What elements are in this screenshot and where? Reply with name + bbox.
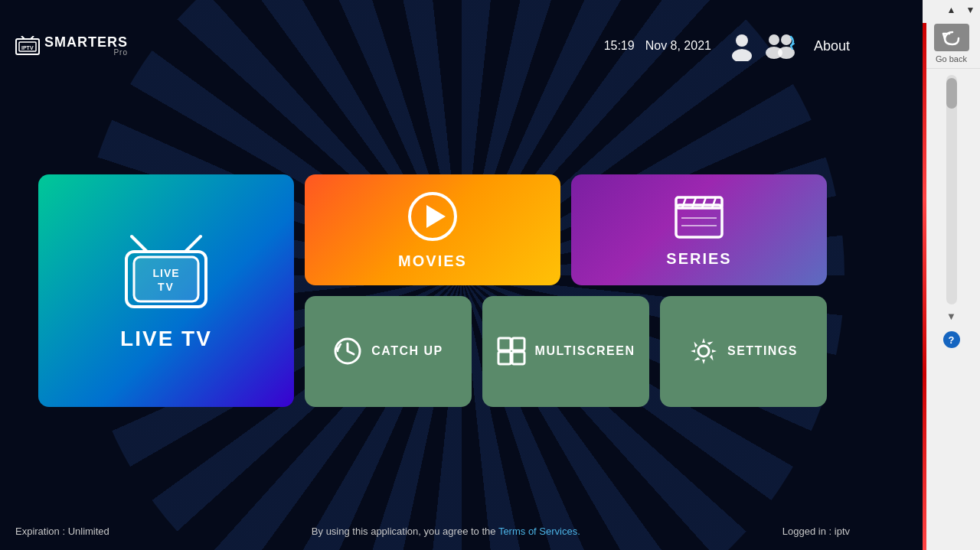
svg-text:IPTV: IPTV	[21, 45, 34, 50]
catchup-card[interactable]: CATCH UP	[305, 296, 472, 407]
movies-icon	[406, 190, 459, 243]
settings-card[interactable]: SETTINGS	[660, 296, 827, 407]
svg-point-33	[698, 346, 709, 356]
user-icons	[727, 31, 799, 61]
current-time: 15:19	[604, 39, 635, 53]
svg-line-12	[185, 236, 201, 252]
red-accent-stripe	[923, 23, 926, 550]
expiration-text: Expiration : Unlimited	[15, 526, 109, 537]
live-tv-icon: LIVE TV	[113, 230, 220, 314]
about-button[interactable]: About	[814, 38, 850, 54]
catchup-icon	[333, 337, 362, 366]
series-card[interactable]: SERIES	[571, 174, 827, 285]
multiscreen-label: MULTISCREEN	[535, 344, 635, 358]
svg-point-7	[769, 34, 779, 45]
svg-line-11	[132, 236, 147, 252]
scroll-down-btn[interactable]: ▼	[961, 0, 980, 19]
multiscreen-icon	[497, 337, 526, 366]
multiscreen-card[interactable]: MULTISCREEN	[482, 296, 649, 407]
svg-text:TV: TV	[158, 281, 175, 293]
catchup-label: CATCH UP	[371, 344, 443, 358]
svg-rect-19	[676, 205, 722, 237]
help-button[interactable]: ?	[943, 331, 960, 348]
settings-icon	[689, 337, 718, 366]
header-right: 15:19 Nov 8, 2021 Abo	[604, 31, 850, 61]
svg-point-5	[736, 34, 748, 47]
bottom-row: CATCH UP MULTISCREEN	[305, 296, 827, 407]
panel-down-arrow[interactable]: ▼	[946, 311, 956, 322]
main-content: LIVE TV LIVE TV MOVIES	[0, 69, 865, 512]
current-date: Nov 8, 2021	[645, 39, 711, 53]
svg-rect-30	[512, 338, 524, 350]
tos-prefix: By using this application, you agree to …	[312, 526, 498, 537]
svg-line-21	[682, 197, 686, 208]
tos-link[interactable]: Terms of Services.	[498, 526, 580, 537]
user-icon[interactable]	[727, 31, 757, 61]
live-tv-label: LIVE TV	[120, 327, 212, 351]
svg-line-24	[712, 197, 716, 208]
svg-marker-18	[426, 205, 446, 228]
settings-label: SETTINGS	[727, 344, 798, 358]
tos-text: By using this application, you agree to …	[312, 526, 580, 537]
scrollbar-track[interactable]	[946, 75, 957, 304]
logo: IPTV SMARTERS Pro	[15, 35, 128, 57]
switch-user-icon[interactable]	[763, 31, 799, 61]
movies-card[interactable]: MOVIES	[305, 174, 560, 285]
go-back-section: Go back	[923, 19, 980, 69]
right-panel: ▲ ▼ Go back ▼ ?	[923, 0, 980, 550]
scroll-up-btn[interactable]: ▲	[942, 0, 961, 19]
live-tv-card[interactable]: LIVE TV LIVE TV	[38, 174, 294, 407]
series-icon	[672, 191, 726, 241]
logo-smarters-text: SMARTERS	[44, 35, 128, 49]
go-back-icon	[942, 29, 962, 46]
movies-label: MOVIES	[398, 252, 467, 270]
svg-rect-32	[512, 352, 524, 364]
svg-rect-31	[498, 352, 511, 364]
logged-in-text: Logged in : iptv	[782, 526, 850, 537]
bottom-bar: Expiration : Unlimited By using this app…	[0, 512, 865, 550]
cards-grid: LIVE TV LIVE TV MOVIES	[38, 174, 827, 407]
series-label: SERIES	[666, 250, 731, 268]
svg-line-22	[692, 197, 696, 208]
go-back-button[interactable]	[934, 24, 969, 51]
svg-rect-29	[498, 338, 511, 350]
tv-logo-icon: IPTV	[15, 36, 40, 56]
svg-line-23	[702, 197, 706, 208]
logo-pro-text: Pro	[44, 49, 128, 57]
svg-point-9	[781, 34, 792, 45]
go-back-label: Go back	[936, 54, 967, 63]
time-date: 15:19 Nov 8, 2021	[604, 39, 711, 53]
logo-smarters: SMARTERS Pro	[44, 35, 128, 57]
chrome-top-buttons: ▲ ▼	[923, 0, 980, 19]
svg-point-6	[732, 49, 752, 61]
scrollbar-thumb[interactable]	[946, 78, 957, 109]
svg-text:LIVE: LIVE	[152, 267, 179, 279]
svg-rect-14	[134, 257, 198, 301]
header: IPTV SMARTERS Pro 15:19 Nov 8, 2021	[0, 23, 865, 69]
